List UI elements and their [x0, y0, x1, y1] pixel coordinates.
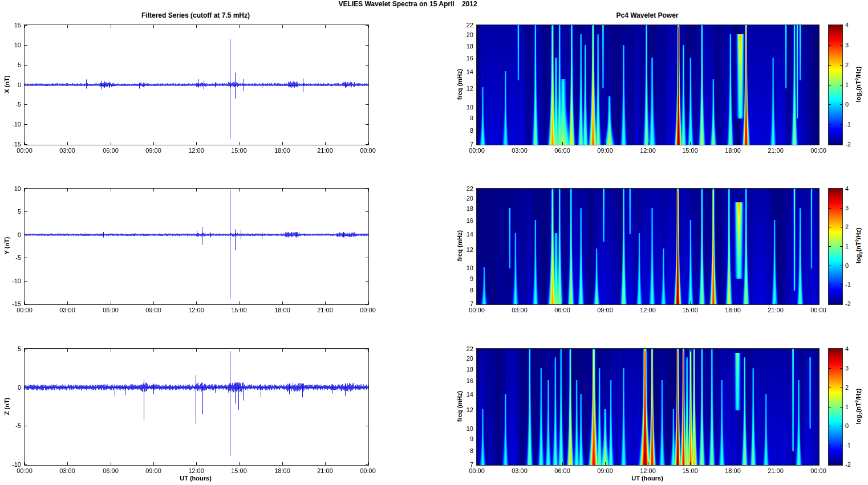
x-tick-label: 12:00 — [631, 467, 665, 475]
colorbar-tick-label: 0 — [845, 422, 849, 430]
x-tick-mark — [690, 301, 691, 304]
x-tick-label: 18:00 — [265, 467, 299, 475]
y-tick-mark — [366, 235, 368, 235]
colorbar-tick-mark — [840, 208, 842, 209]
x-tick-mark — [239, 301, 240, 304]
y-tick-mark — [477, 381, 480, 381]
x-tick-mark — [196, 25, 197, 28]
y-tick-mark — [477, 58, 480, 59]
y-tick-mark — [816, 451, 819, 451]
x-tick-label: 09:00 — [136, 147, 171, 154]
x-tick-mark — [562, 349, 563, 352]
colorbar-tick-mark — [829, 445, 831, 446]
y-tick-mark — [366, 45, 368, 46]
colorbar-tick-mark — [840, 349, 842, 349]
x-tick-mark — [368, 301, 368, 304]
x-tick-label: 03:00 — [50, 147, 84, 154]
x-tick-mark — [818, 189, 819, 191]
x-tick-mark — [25, 189, 25, 191]
colorbar-tick-mark — [829, 208, 831, 209]
colorbar-tick-label: 4 — [845, 185, 849, 193]
y-tick-label: 18 — [451, 205, 473, 213]
y-axis-label-freq-2: freq (mHz) — [456, 230, 463, 261]
x-tick-mark — [648, 462, 648, 465]
x-tick-label: 03:00 — [502, 467, 537, 475]
x-tick-mark — [648, 189, 648, 191]
colorbar-tick-mark — [829, 407, 831, 407]
colorbar-z: 43210-1-2 — [828, 348, 843, 466]
colorbar-tick-mark — [829, 388, 831, 388]
colorbar-tick-label: 4 — [845, 22, 849, 29]
y-tick-label: 20 — [451, 195, 473, 202]
colorbar-tick-label: -1 — [845, 121, 851, 128]
y-tick-label: 5 — [0, 62, 21, 69]
x-tick-mark — [477, 349, 477, 352]
timeseries-x-panel: 151050-5-10-1500:0003:0006:0009:0012:001… — [24, 25, 369, 145]
x-tick-mark — [25, 462, 25, 465]
y-tick-label: 10 — [451, 104, 473, 111]
x-tick-label: 21:00 — [759, 147, 793, 154]
colorbar-tick-mark — [840, 445, 842, 446]
colorbar-tick-label: 2 — [845, 384, 849, 392]
x-tick-mark — [562, 301, 563, 304]
right-column-title: Pc4 Wavelet Power — [616, 11, 679, 19]
timeseries-z-canvas — [25, 349, 368, 465]
colorbar-tick-mark — [840, 85, 842, 85]
x-tick-mark — [153, 189, 154, 191]
x-tick-mark — [562, 189, 563, 191]
y-tick-label: 0 — [0, 384, 21, 392]
x-tick-label: 18:00 — [716, 307, 750, 314]
x-tick-mark — [520, 25, 520, 28]
left-column-title: Filtered Series (cutoff at 7.5 mHz) — [141, 11, 250, 19]
y-tick-mark — [477, 290, 480, 291]
x-tick-mark — [818, 462, 819, 465]
y-axis-label-z-nt: Z (nT) — [3, 398, 10, 415]
x-tick-label: 03:00 — [50, 467, 84, 475]
colorbar-tick-label: -1 — [845, 281, 851, 288]
x-tick-mark — [67, 462, 68, 465]
y-tick-mark — [366, 281, 368, 282]
x-tick-mark — [282, 25, 283, 28]
y-tick-label: -5 — [0, 101, 21, 108]
x-tick-label: 06:00 — [545, 307, 579, 314]
y-axis-label-freq-3: freq (mHz) — [456, 391, 463, 422]
y-tick-mark — [477, 35, 480, 35]
x-axis-label-right: UT (hours) — [631, 475, 663, 482]
x-tick-mark — [368, 462, 368, 465]
x-tick-mark — [239, 462, 240, 465]
x-tick-mark — [562, 25, 563, 28]
colorbar-tick-mark — [829, 266, 831, 266]
y-tick-mark — [477, 268, 480, 268]
colorbar-tick-mark — [840, 65, 842, 66]
x-tick-mark — [153, 301, 154, 304]
x-tick-label: 21:00 — [308, 467, 342, 475]
y-tick-label: 9 — [451, 275, 473, 283]
colorbar-label-3: log2(nT2/Hz) — [854, 389, 864, 425]
colorbar-x: 43210-1-2 — [828, 25, 843, 145]
y-tick-mark — [477, 107, 480, 108]
y-tick-label: 22 — [451, 345, 473, 353]
y-tick-label: 22 — [451, 22, 473, 29]
x-tick-mark — [690, 462, 691, 465]
x-tick-label: 00:00 — [460, 467, 494, 475]
y-tick-mark — [477, 209, 480, 209]
x-tick-mark — [733, 301, 733, 304]
x-tick-mark — [325, 301, 326, 304]
x-tick-mark — [196, 462, 197, 465]
x-tick-mark — [477, 142, 477, 145]
x-tick-mark — [520, 301, 520, 304]
y-tick-label: 16 — [451, 377, 473, 385]
x-tick-mark — [690, 142, 691, 145]
x-tick-label: 00:00 — [7, 307, 42, 314]
colorbar-tick-mark — [840, 464, 842, 465]
x-tick-mark — [67, 189, 68, 191]
y-tick-mark — [366, 426, 368, 426]
x-tick-mark — [282, 349, 283, 352]
y-tick-label: 8 — [451, 447, 473, 455]
x-tick-mark — [690, 25, 691, 28]
x-tick-mark — [282, 301, 283, 304]
timeseries-y-canvas — [25, 189, 368, 304]
colorbar-tick-mark — [829, 104, 831, 105]
colorbar-tick-label: -1 — [845, 442, 851, 449]
y-tick-label: -5 — [0, 422, 21, 430]
